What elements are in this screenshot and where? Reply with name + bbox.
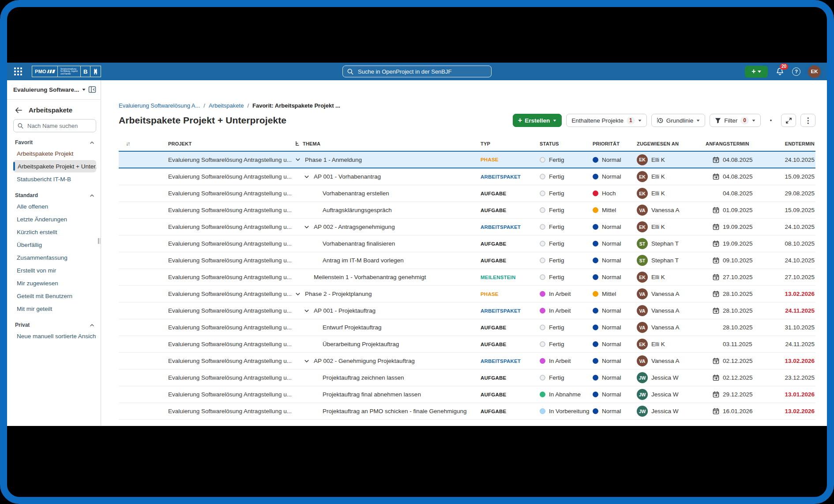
status-cell[interactable]: In Abnahme — [540, 391, 593, 398]
topic-cell[interactable]: Projektauftrag final abnehmen lassen — [295, 391, 481, 398]
sidebar-item-überfällig[interactable]: Überfällig — [13, 239, 96, 251]
end-date-cell[interactable]: 23.12.2025 — [785, 374, 815, 381]
priority-cell[interactable]: Normal — [593, 324, 637, 331]
project-cell-link[interactable]: Evaluierung Softwarelösung Antragstellun… — [168, 257, 295, 264]
priority-cell[interactable]: Normal — [593, 224, 637, 230]
project-cell-link[interactable]: Evaluierung Softwarelösung Antragstellun… — [168, 358, 295, 364]
back-arrow-icon[interactable] — [15, 107, 22, 113]
assignee-cell[interactable]: STStephan T — [637, 238, 706, 249]
end-date-cell[interactable]: 24.11.2025 — [785, 307, 815, 314]
project-selector[interactable]: Evaluierung Software... — [13, 86, 86, 93]
table-row[interactable]: Evaluierung Softwarelösung Antragstellun… — [119, 286, 815, 302]
start-date-cell[interactable]: 02.12.2025 — [706, 374, 770, 381]
user-avatar[interactable]: EK — [808, 65, 821, 78]
topic-cell[interactable]: Überarbeitung Projektauftrag — [295, 341, 481, 347]
topic-cell[interactable]: AP 001 - Projektauftrag — [295, 307, 481, 314]
priority-cell[interactable]: Normal — [593, 157, 637, 163]
project-cell-link[interactable]: Evaluierung Softwarelösung Antragstellun… — [168, 307, 295, 314]
project-cell-link[interactable]: Evaluierung Softwarelösung Antragstellun… — [168, 224, 295, 230]
assignee-cell[interactable]: VAVanessa A — [637, 288, 706, 299]
collapse-row-icon[interactable] — [304, 174, 314, 179]
project-cell-link[interactable]: Evaluierung Softwarelösung Antragstellun… — [168, 173, 295, 180]
end-date-cell[interactable]: 24.11.2025 — [785, 341, 815, 347]
end-date-cell[interactable]: 15.09.2025 — [785, 173, 815, 180]
table-row[interactable]: Evaluierung Softwarelösung Antragstellun… — [119, 219, 815, 235]
sidebar-item-arbeitspakete-projekt-unter[interactable]: Arbeitspakete Projekt + Unter... — [13, 160, 96, 172]
collapse-row-icon[interactable] — [295, 157, 305, 162]
priority-cell[interactable]: Normal — [593, 173, 637, 180]
more-options-button[interactable]: ⋮ — [800, 114, 815, 127]
end-date-cell[interactable]: 15.09.2025 — [785, 207, 815, 213]
type-cell[interactable]: AUFGABE — [481, 342, 540, 347]
end-date-cell[interactable]: 13.02.2026 — [785, 408, 815, 414]
start-date-cell[interactable]: 16.01.2026 — [706, 408, 770, 414]
project-cell-link[interactable]: Evaluierung Softwarelösung Antragstellun… — [168, 341, 295, 347]
status-cell[interactable]: Fertig — [540, 157, 593, 163]
topic-cell[interactable]: Entwurf Projektauftrag — [295, 324, 481, 331]
project-cell-link[interactable]: Evaluierung Softwarelösung Antragstellun… — [168, 190, 295, 197]
assignee-cell[interactable]: VAVanessa A — [637, 355, 706, 366]
column-header-end[interactable]: ENDTERMIN — [785, 141, 815, 146]
type-cell[interactable]: AUFGABE — [481, 258, 540, 263]
quick-add-button[interactable]: + — [745, 66, 768, 78]
fullscreen-button[interactable] — [781, 114, 796, 127]
sidebar-section-header-privat[interactable]: Privat — [15, 322, 94, 328]
table-row[interactable]: Evaluierung Softwarelösung Antragstellun… — [119, 386, 815, 403]
end-date-cell[interactable]: 27.10.2025 — [785, 274, 815, 280]
table-row[interactable]: Evaluierung Softwarelösung Antragstellun… — [119, 235, 815, 252]
project-cell-link[interactable]: Evaluierung Softwarelösung Antragstellun… — [168, 374, 295, 381]
type-cell[interactable]: MEILENSTEIN — [481, 275, 540, 280]
column-header-start[interactable]: ANFANGSTERMIN — [706, 141, 770, 146]
sidebar-item-letzte-änderungen[interactable]: Letzte Änderungen — [13, 213, 96, 225]
topic-cell[interactable]: Auftragsklärungsgespräch — [295, 207, 481, 213]
global-search-input[interactable] — [357, 68, 487, 75]
start-date-cell[interactable]: 28.10.2025 — [706, 307, 770, 314]
collapse-row-icon[interactable] — [304, 358, 314, 364]
assignee-cell[interactable]: EKElli K — [637, 171, 706, 182]
topic-cell[interactable]: Vorhabenantrag finalisieren — [295, 240, 481, 247]
type-cell[interactable]: ARBEITSPAKET — [481, 358, 540, 364]
end-date-cell[interactable]: 08.10.2025 — [785, 240, 815, 247]
sidebar-item-statusbericht-it-m-b[interactable]: Statusbericht IT-M-B — [13, 173, 96, 185]
status-cell[interactable]: Fertig — [540, 274, 593, 280]
table-row[interactable]: Evaluierung Softwarelösung Antragstellun… — [119, 319, 815, 336]
start-date-cell[interactable]: 19.09.2025 — [706, 240, 770, 247]
topic-cell[interactable]: AP 002 - Genehmigung Projektauftrag — [295, 358, 481, 364]
topic-cell[interactable]: Phase 2 - Projektplanung — [295, 291, 481, 297]
type-cell[interactable]: AUFGABE — [481, 409, 540, 414]
column-header-status[interactable]: STATUS — [540, 141, 593, 146]
priority-cell[interactable]: Normal — [593, 307, 637, 314]
priority-cell[interactable]: Normal — [593, 358, 637, 364]
start-date-cell[interactable]: 02.12.2025 — [706, 358, 770, 364]
project-cell-link[interactable]: Evaluierung Softwarelösung Antragstellun… — [168, 207, 295, 213]
column-header-assignee[interactable]: ZUGEWIESEN AN — [637, 141, 706, 146]
type-cell[interactable]: AUFGABE — [481, 208, 540, 213]
sidebar-item-alle-offenen[interactable]: Alle offenen — [13, 200, 96, 213]
start-date-cell[interactable]: 04.08.2025 — [706, 173, 770, 180]
type-cell[interactable]: ARBEITSPAKET — [481, 308, 540, 314]
status-cell[interactable]: Fertig — [540, 374, 593, 381]
collapse-sidebar-icon[interactable] — [88, 86, 96, 93]
status-cell[interactable]: Fertig — [540, 341, 593, 347]
type-cell[interactable]: AUFGABE — [481, 392, 540, 397]
status-cell[interactable]: Fertig — [540, 240, 593, 247]
project-cell-link[interactable]: Evaluierung Softwarelösung Antragstellun… — [168, 408, 295, 414]
type-cell[interactable]: ARBEITSPAKET — [481, 224, 540, 230]
end-date-cell[interactable]: 31.10.2025 — [785, 324, 815, 331]
start-date-cell[interactable]: 28.10.2025 — [706, 324, 770, 331]
modules-grid-icon[interactable] — [14, 67, 22, 75]
sidebar-resize-handle[interactable] — [98, 238, 100, 244]
type-cell[interactable]: AUFGABE — [481, 325, 540, 330]
topic-cell[interactable]: Meilenstein 1 - Vorhabenantrag genehmigt — [295, 274, 481, 280]
table-row[interactable]: Evaluierung Softwarelösung Antragstellun… — [119, 151, 815, 168]
table-row[interactable]: Evaluierung Softwarelösung Antragstellun… — [119, 185, 815, 202]
status-cell[interactable]: In Arbeit — [540, 291, 593, 297]
start-date-cell[interactable]: 19.09.2025 — [706, 224, 770, 230]
table-row[interactable]: Evaluierung Softwarelösung Antragstellun… — [119, 269, 815, 286]
start-date-cell[interactable]: 04.08.2025 — [706, 157, 770, 163]
table-row[interactable]: Evaluierung Softwarelösung Antragstellun… — [119, 370, 815, 386]
column-header-project[interactable]: PROJEKT — [168, 141, 295, 146]
start-date-cell[interactable]: 28.10.2025 — [706, 291, 770, 297]
type-cell[interactable]: AUFGABE — [481, 191, 540, 196]
priority-cell[interactable]: Normal — [593, 374, 637, 381]
